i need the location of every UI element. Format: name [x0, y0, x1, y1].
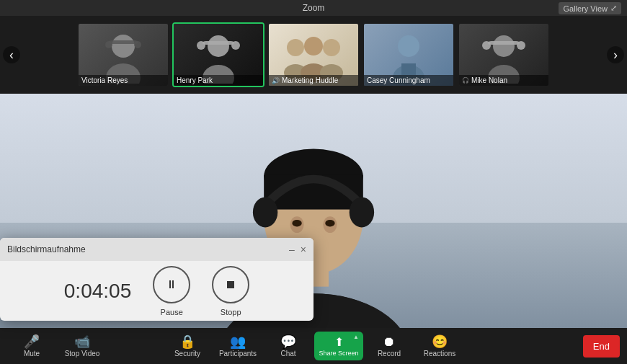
stop-label: Stopp — [221, 308, 241, 316]
security-button[interactable]: 🔒 Security — [163, 329, 212, 363]
reactions-icon: 😊 — [432, 335, 448, 348]
thumb-casey[interactable]: Casey Cunningham — [363, 22, 455, 87]
strip-prev-arrow[interactable]: ‹ — [3, 46, 20, 63]
popup-body: 0:04:05 ⏸ Pause ⏹ Stopp — [0, 261, 314, 321]
pause-button-group: ⏸ Pause — [153, 266, 190, 316]
mike-name: Mike Nolan — [471, 76, 507, 84]
svg-point-5 — [208, 35, 229, 57]
marketing-mic-icon: 🔊 — [272, 77, 280, 84]
svg-point-9 — [231, 41, 240, 50]
toolbar-right-section: End — [583, 335, 620, 358]
popup-minimize-button[interactable]: – — [289, 244, 295, 254]
mute-label: Mute — [24, 350, 40, 358]
stop-button[interactable]: ⏹ — [212, 266, 249, 303]
record-label: Record — [378, 350, 401, 358]
svg-point-14 — [323, 39, 340, 56]
mute-button[interactable]: 🎤 Mute — [7, 329, 56, 363]
bottom-toolbar: 🎤 Mute 📹 Stop Video 🔒 Security 👥 Partici… — [0, 328, 627, 364]
thumb-label-mike: 🎧 Mike Nolan — [459, 75, 548, 86]
chat-button[interactable]: 💬 Chat — [264, 329, 313, 363]
participants-button[interactable]: 👥 Participants — [213, 329, 262, 363]
share-screen-group: ▲ ⬆ Share Screen — [314, 332, 363, 360]
svg-point-12 — [304, 37, 323, 56]
marketing-name: Marketing Huddle — [282, 76, 338, 84]
record-icon: ⏺ — [383, 335, 396, 348]
app-title: Zoom — [303, 3, 325, 13]
pause-button[interactable]: ⏸ — [153, 266, 190, 303]
svg-point-19 — [493, 35, 515, 57]
thumb-label-marketing: 🔊 Marketing Huddle — [269, 75, 358, 86]
toolbar-left-section: 🎤 Mute 📹 Stop Video — [7, 329, 107, 363]
stop-icon: ⏹ — [225, 279, 236, 290]
thumb-label-victoria: Victoria Reyes — [79, 75, 168, 86]
thumb-mike[interactable]: 🎧 Mike Nolan — [458, 22, 550, 87]
chat-label: Chat — [280, 350, 295, 358]
svg-point-0 — [112, 35, 135, 58]
stop-video-icon: 📹 — [74, 335, 90, 348]
share-caret-icon: ▲ — [353, 334, 359, 340]
security-icon: 🔒 — [179, 335, 195, 348]
reactions-label: Reactions — [424, 350, 455, 358]
popup-close-button[interactable]: × — [301, 244, 306, 254]
svg-point-22 — [482, 41, 491, 50]
victoria-name: Victoria Reyes — [81, 76, 128, 84]
record-button[interactable]: ⏺ Record — [365, 329, 414, 363]
svg-point-30 — [350, 197, 374, 227]
security-label: Security — [174, 350, 200, 358]
reactions-button[interactable]: 😊 Reactions — [415, 329, 464, 363]
thumb-label-casey: Casey Cunningham — [364, 75, 453, 86]
pause-label: Pause — [161, 308, 183, 316]
title-bar: Zoom Gallery View ⤢ — [0, 0, 627, 16]
svg-rect-7 — [203, 41, 234, 45]
svg-rect-21 — [488, 41, 520, 45]
mute-icon: 🎤 — [24, 335, 40, 348]
stop-button-group: ⏹ Stopp — [212, 266, 249, 316]
henry-name: Henry Park — [177, 76, 213, 84]
stop-video-button[interactable]: 📹 Stop Video — [58, 329, 107, 363]
expand-icon: ⤢ — [610, 4, 617, 13]
popup-titlebar: Bildschirmaufnahme – × — [0, 238, 314, 261]
popup-title: Bildschirmaufnahme — [7, 244, 86, 254]
screen-record-popup: Bildschirmaufnahme – × 0:04:05 ⏸ Pause ⏹… — [0, 238, 314, 321]
gallery-view-label: Gallery View — [563, 4, 608, 13]
toolbar-center-section: 🔒 Security 👥 Participants 💬 Chat ▲ ⬆ Sha… — [163, 329, 464, 363]
thumb-victoria[interactable]: Victoria Reyes — [77, 22, 169, 87]
gallery-view-button[interactable]: Gallery View ⤢ — [559, 2, 621, 14]
participants-icon: 👥 — [230, 335, 246, 348]
stop-video-label: Stop Video — [65, 350, 100, 358]
strip-next-arrow[interactable]: › — [607, 46, 624, 63]
popup-window-controls: – × — [289, 244, 306, 254]
share-screen-icon: ⬆ — [334, 335, 344, 349]
thumb-label-henry: Henry Park — [174, 75, 263, 86]
thumbnail-strip: ‹ Victoria Reyes — [0, 16, 627, 94]
svg-point-23 — [517, 41, 525, 50]
svg-rect-2 — [109, 40, 138, 44]
mike-mic-muted-icon: 🎧 — [462, 77, 469, 84]
thumb-henry[interactable]: Henry Park — [172, 22, 264, 87]
svg-rect-18 — [401, 63, 416, 75]
casey-name: Casey Cunningham — [367, 76, 430, 84]
svg-point-4 — [134, 41, 141, 48]
thumb-marketing[interactable]: 🔊 Marketing Huddle — [267, 22, 360, 87]
svg-point-3 — [105, 41, 112, 48]
svg-point-8 — [197, 41, 205, 50]
svg-point-10 — [287, 39, 304, 56]
participants-label: Participants — [219, 350, 257, 358]
share-screen-label: Share Screen — [319, 350, 358, 357]
share-screen-button[interactable]: ▲ ⬆ Share Screen — [314, 332, 363, 360]
pause-icon: ⏸ — [166, 279, 177, 290]
chat-icon: 💬 — [280, 335, 296, 348]
recording-timer: 0:04:05 — [64, 280, 131, 303]
svg-point-16 — [398, 35, 419, 57]
svg-point-29 — [253, 197, 277, 227]
participant-thumbnails: Victoria Reyes Henry Park — [22, 22, 605, 87]
svg-point-34 — [325, 220, 334, 227]
svg-point-33 — [292, 220, 301, 227]
end-button[interactable]: End — [583, 335, 620, 358]
